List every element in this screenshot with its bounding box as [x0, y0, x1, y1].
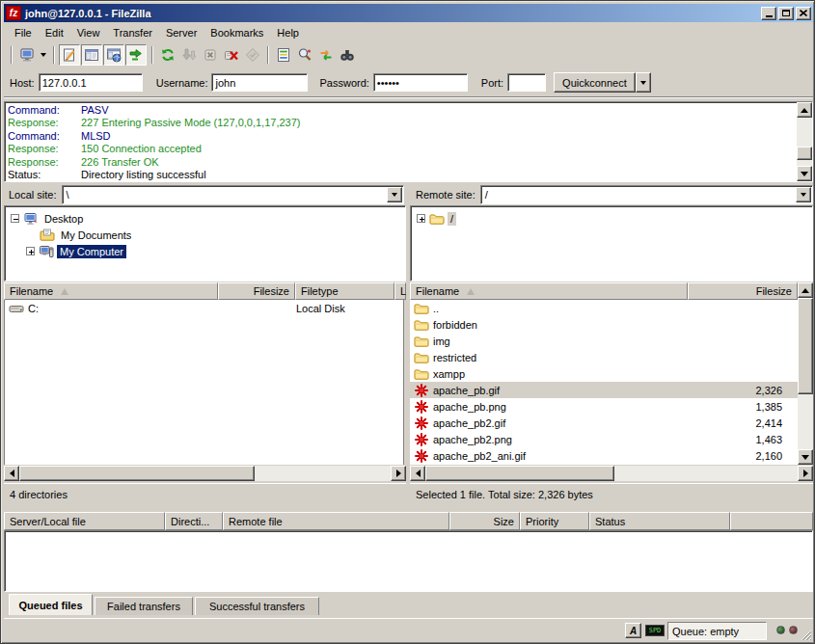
tab-successful-transfers[interactable]: Successful transfers: [195, 597, 319, 615]
remote-file-row[interactable]: img: [410, 333, 798, 349]
cancel-operation-button[interactable]: [200, 44, 221, 66]
column-header-size[interactable]: Size: [449, 512, 520, 530]
title-bar[interactable]: fz john@127.0.0.1 - FileZilla: [4, 4, 813, 22]
password-input[interactable]: [373, 73, 468, 92]
menu-transfer[interactable]: Transfer: [106, 25, 159, 40]
remote-file-row[interactable]: xampp: [410, 365, 798, 382]
scrollbar-thumb[interactable]: [798, 298, 813, 394]
remote-file-row[interactable]: ..: [410, 300, 798, 316]
column-header-server-local-file[interactable]: Server/Local file: [4, 512, 165, 530]
process-queue-button[interactable]: [178, 44, 200, 66]
filter-icon: [276, 47, 291, 63]
directory-comparison-button[interactable]: [294, 44, 315, 66]
maximize-button[interactable]: [778, 7, 794, 20]
tree-item-my-computer[interactable]: My Computer: [26, 243, 126, 259]
menu-help[interactable]: Help: [270, 25, 306, 40]
message-log[interactable]: Command:PASV Response:227 Entering Passi…: [4, 101, 813, 182]
remote-file-row[interactable]: forbidden: [410, 316, 798, 333]
scroll-down-button[interactable]: [797, 166, 812, 181]
remote-file-row[interactable]: apache_pb2.png1,463: [410, 431, 798, 447]
scroll-left-button[interactable]: [410, 466, 425, 481]
remote-file-row[interactable]: restricted: [410, 349, 798, 365]
scroll-left-button[interactable]: [4, 466, 19, 481]
folder-icon: [414, 334, 429, 349]
menu-bookmarks[interactable]: Bookmarks: [204, 25, 270, 40]
minimize-button[interactable]: [761, 7, 776, 20]
expand-icon[interactable]: [26, 247, 35, 255]
remote-file-row-selected[interactable]: apache_pb.gif2,326: [410, 382, 798, 398]
transfer-type-indicator[interactable]: A: [625, 623, 641, 638]
column-header-filetype[interactable]: Filetype: [295, 282, 394, 300]
column-header-filename[interactable]: Filename: [4, 282, 218, 300]
filter-button[interactable]: [273, 44, 294, 66]
tab-failed-transfers[interactable]: Failed transfers: [95, 597, 193, 615]
local-site-value: \: [67, 189, 69, 201]
column-header-filesize[interactable]: Filesize: [218, 282, 295, 300]
reconnect-button[interactable]: [242, 44, 263, 66]
scrollbar-thumb[interactable]: [19, 466, 255, 481]
scrollbar-thumb[interactable]: [425, 466, 614, 481]
remote-site-combobox[interactable]: /: [480, 185, 813, 204]
scroll-right-button[interactable]: [391, 466, 406, 481]
host-input[interactable]: [39, 73, 143, 92]
tab-queued-files[interactable]: Queued files: [9, 594, 93, 615]
synchronized-browsing-button[interactable]: [315, 44, 337, 66]
scroll-right-button[interactable]: [798, 466, 813, 481]
toggle-transfer-queue-button[interactable]: [125, 44, 147, 66]
menu-view[interactable]: View: [70, 25, 107, 40]
remote-tree[interactable]: /: [410, 205, 813, 282]
disconnect-button[interactable]: [221, 44, 242, 66]
column-header-status[interactable]: Status: [589, 512, 730, 530]
port-input[interactable]: [507, 73, 546, 92]
tree-item-root[interactable]: /: [417, 210, 456, 227]
refresh-button[interactable]: [157, 44, 178, 66]
toggle-remote-tree-button[interactable]: [103, 44, 124, 66]
column-header-priority[interactable]: Priority: [520, 512, 589, 530]
column-header-remote-file[interactable]: Remote file: [223, 512, 449, 530]
scroll-down-button[interactable]: [798, 449, 813, 465]
username-input[interactable]: [211, 73, 308, 92]
remote-file-row[interactable]: apache_pb2.gif2,414: [410, 415, 798, 431]
menu-file[interactable]: File: [8, 25, 39, 40]
tree-item-desktop[interactable]: Desktop: [11, 210, 86, 227]
local-list-hscrollbar[interactable]: [4, 466, 406, 481]
column-header-direction[interactable]: Directi...: [165, 512, 223, 530]
quickconnect-button[interactable]: Quickconnect: [554, 72, 636, 93]
reconnect-icon: [245, 47, 260, 63]
remote-list-hscrollbar[interactable]: [410, 466, 813, 481]
combo-dropdown-button[interactable]: [387, 187, 402, 202]
host-label: Host:: [10, 77, 35, 89]
remote-file-row[interactable]: apache_pb2_ani.gif2,160: [410, 447, 798, 464]
queue-list[interactable]: [4, 530, 813, 592]
collapse-icon[interactable]: [11, 214, 19, 223]
menu-server[interactable]: Server: [159, 25, 204, 40]
menu-edit[interactable]: Edit: [39, 25, 70, 40]
site-manager-dropdown-button[interactable]: [38, 44, 49, 66]
toggle-message-log-button[interactable]: [59, 44, 80, 66]
folder-icon: [414, 366, 429, 382]
local-file-list[interactable]: C: Local Disk: [4, 300, 404, 465]
scrollbar-thumb[interactable]: [797, 147, 812, 160]
scroll-up-button[interactable]: [798, 282, 813, 298]
toggle-local-tree-button[interactable]: [81, 44, 102, 66]
speed-limits-icon[interactable]: SPD: [645, 625, 665, 636]
expand-icon[interactable]: [417, 214, 425, 223]
close-button[interactable]: [796, 7, 811, 20]
column-header-lastmodified[interactable]: L: [394, 282, 406, 300]
combo-dropdown-button[interactable]: [796, 187, 811, 202]
remote-list-scrollbar[interactable]: [798, 282, 813, 465]
local-tree[interactable]: Desktop My Documents My Computer: [4, 205, 406, 282]
column-header-filesize[interactable]: Filesize: [688, 282, 798, 300]
quickconnect-dropdown-button[interactable]: [636, 72, 651, 93]
site-manager-button[interactable]: [16, 44, 38, 66]
local-file-row[interactable]: C: Local Disk: [5, 300, 403, 316]
log-scrollbar[interactable]: [797, 102, 812, 181]
find-files-button[interactable]: [337, 44, 358, 66]
resize-grip[interactable]: [800, 629, 812, 641]
local-site-combobox[interactable]: \: [62, 185, 404, 204]
remote-file-row[interactable]: apache_pb.png1,385: [410, 398, 798, 415]
column-header-filename[interactable]: Filename: [410, 282, 688, 300]
scroll-up-button[interactable]: [797, 102, 812, 118]
remote-file-list[interactable]: .. forbidden img restricted xampp apache…: [410, 300, 798, 465]
tree-item-my-documents[interactable]: My Documents: [40, 227, 134, 243]
